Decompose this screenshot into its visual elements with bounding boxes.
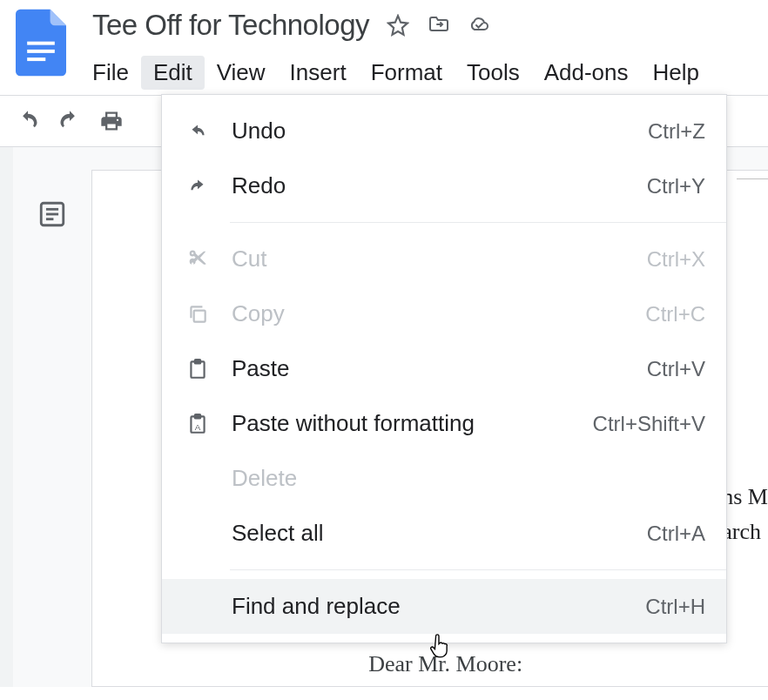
- edit-dropdown: Undo Ctrl+Z Redo Ctrl+Y Cut Ctrl+X Copy …: [161, 94, 727, 643]
- copy-icon: [183, 301, 212, 327]
- dropdown-shortcut: Ctrl+Z: [648, 119, 705, 144]
- outline-icon[interactable]: [37, 199, 67, 229]
- dropdown-undo[interactable]: Undo Ctrl+Z: [162, 104, 726, 158]
- menu-tools[interactable]: Tools: [455, 56, 532, 90]
- cut-icon: [183, 246, 212, 273]
- docs-logo[interactable]: [16, 9, 66, 77]
- menu-help[interactable]: Help: [641, 56, 711, 90]
- svg-rect-2: [27, 57, 45, 61]
- dropdown-paste-without-formatting[interactable]: A Paste without formatting Ctrl+Shift+V: [162, 396, 726, 451]
- dropdown-paste[interactable]: Paste Ctrl+V: [162, 341, 726, 396]
- svg-rect-1: [27, 50, 55, 53]
- star-icon[interactable]: [387, 14, 409, 37]
- dropdown-label: Find and replace: [232, 593, 645, 620]
- menu-file[interactable]: File: [92, 56, 141, 90]
- menu-view[interactable]: View: [205, 56, 278, 90]
- dropdown-shortcut: Ctrl+Y: [647, 174, 705, 199]
- dropdown-label: Undo: [232, 118, 648, 145]
- document-title[interactable]: Tee Off for Technology: [92, 9, 369, 42]
- svg-rect-9: [195, 360, 201, 363]
- svg-text:A: A: [195, 421, 201, 431]
- dropdown-select-all[interactable]: Select all Ctrl+A: [162, 506, 726, 561]
- dropdown-shortcut: Ctrl+A: [647, 522, 705, 546]
- print-icon[interactable]: [99, 109, 124, 133]
- menu-format[interactable]: Format: [359, 56, 455, 90]
- dropdown-separator: [230, 569, 726, 570]
- dropdown-label: Delete: [232, 465, 705, 492]
- menu-addons[interactable]: Add-ons: [532, 56, 641, 90]
- dropdown-copy: Copy Ctrl+C: [162, 286, 726, 341]
- blank-icon: [183, 466, 212, 492]
- dropdown-shortcut: Ctrl+V: [647, 357, 705, 381]
- dropdown-label: Copy: [232, 300, 645, 327]
- dropdown-shortcut: Ctrl+Shift+V: [593, 412, 705, 436]
- blank-icon: [183, 521, 212, 547]
- svg-rect-11: [195, 414, 201, 418]
- svg-rect-0: [27, 42, 55, 45]
- dropdown-shortcut: Ctrl+H: [645, 595, 705, 619]
- dropdown-label: Cut: [232, 246, 647, 273]
- menu-bar: File Edit View Insert Format Tools Add-o…: [92, 56, 768, 90]
- menu-edit[interactable]: Edit: [141, 56, 205, 90]
- document-text-fragment: ns M arch: [722, 484, 768, 554]
- dropdown-shortcut: Ctrl+X: [647, 247, 705, 272]
- redo-icon[interactable]: [57, 109, 82, 133]
- dropdown-redo[interactable]: Redo Ctrl+Y: [162, 158, 726, 213]
- left-gutter: [0, 147, 13, 687]
- dropdown-label: Paste without formatting: [232, 410, 593, 437]
- dropdown-label: Select all: [232, 520, 647, 547]
- dropdown-label: Paste: [232, 355, 647, 382]
- redo-icon: [183, 173, 212, 199]
- menu-insert[interactable]: Insert: [278, 56, 359, 90]
- dropdown-label: Redo: [232, 172, 647, 199]
- dropdown-shortcut: Ctrl+C: [645, 302, 705, 326]
- blank-icon: [183, 594, 212, 620]
- move-icon[interactable]: [427, 14, 449, 37]
- undo-icon[interactable]: [16, 109, 40, 133]
- paste-plain-icon: A: [183, 411, 212, 437]
- dropdown-find-and-replace[interactable]: Find and replace Ctrl+H: [162, 579, 726, 634]
- svg-rect-7: [194, 310, 205, 321]
- paste-icon: [183, 356, 212, 382]
- cloud-icon[interactable]: [467, 14, 489, 37]
- dropdown-delete: Delete: [162, 451, 726, 506]
- cursor-pointer-icon: [427, 632, 451, 660]
- ruler-edge: [737, 162, 768, 179]
- dropdown-separator: [230, 222, 726, 223]
- dropdown-cut: Cut Ctrl+X: [162, 232, 726, 286]
- undo-icon: [183, 118, 212, 145]
